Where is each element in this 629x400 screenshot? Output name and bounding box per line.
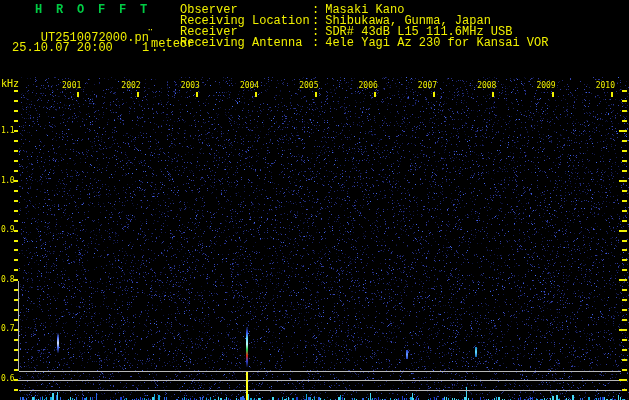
freq-axis-label: 0.6 [0,375,14,383]
freq-axis-tick-left [14,299,18,301]
time-axis-label: 2008 [470,82,496,90]
time-axis-label: 2009 [530,82,556,90]
freq-axis-tick-right [622,220,627,222]
freq-axis-tick-left [14,249,18,251]
freq-axis-tick-left [14,379,18,381]
freq-axis-tick-right [622,249,627,251]
colon-separator: : [312,36,319,50]
freq-axis-tick-right [622,319,627,321]
station-info-table: Observer:Masaki KanoReceiving Location:S… [180,5,548,49]
freq-axis-tick-right [622,140,627,142]
time-axis-tick [374,92,376,97]
level-strip-line-bot [19,390,621,391]
freq-axis-tick-left [14,110,18,112]
level-strip-line-mid [15,380,621,381]
freq-axis-tick-left [14,130,18,132]
freq-axis-tick-left [14,200,18,202]
time-axis-label: 2005 [293,82,319,90]
freq-axis-tick-right [622,349,627,351]
freq-axis-tick-right [619,379,627,381]
freq-axis-tick-right [622,299,627,301]
freq-axis-tick-left [14,339,18,341]
freq-axis-tick-right [622,309,627,311]
time-axis-tick [433,92,435,97]
freq-axis-label: 0.7 [0,325,14,333]
freq-axis-tick-right [619,329,627,331]
freq-axis-tick-right [622,339,627,341]
time-axis-label: 2001 [55,82,81,90]
time-axis-label: 2007 [411,82,437,90]
freq-axis-tick-right [622,200,627,202]
freq-axis-tick-left [14,180,18,182]
freq-axis-tick-left [14,319,18,321]
freq-axis-tick-right [622,100,627,102]
meteor-echo-streak [406,350,408,359]
time-axis-label: 2010 [589,82,615,90]
freq-axis-tick-right [619,230,627,232]
freq-axis-tick-left [14,279,18,281]
freq-axis-tick-right [619,130,627,132]
freq-axis-tick-right [622,110,627,112]
band-box-left-edge [18,281,19,371]
freq-axis-label: 0.9 [0,226,14,234]
freq-axis-tick-left [14,329,18,331]
time-axis-label: 2002 [115,82,141,90]
meteor-echo-streak [475,347,477,357]
freq-axis-tick-right [622,120,627,122]
freq-axis-tick-right [622,210,627,212]
time-axis-tick [77,92,79,97]
hrofft-window: H R O F F T UT2510072000.pn¨meteor 25.10… [0,0,629,400]
freq-axis-tick-right [619,180,627,182]
strong-echo-marker-line [246,372,248,400]
freq-axis-tick-right [622,160,627,162]
time-axis-label: 2004 [233,82,259,90]
freq-axis-tick-left [14,150,18,152]
time-axis-tick [196,92,198,97]
freq-axis-tick-left [14,269,18,271]
freq-axis-tick-right [622,90,627,92]
time-axis-tick [137,92,139,97]
freq-axis-tick-right [622,269,627,271]
freq-axis-tick-left [14,359,18,361]
freq-axis-tick-right [622,369,627,371]
freq-axis-tick-left [14,120,18,122]
freq-axis-tick-left [14,160,18,162]
freq-axis-label: 0.8 [0,276,14,284]
time-axis-tick [255,92,257,97]
freq-axis-tick-left [14,230,18,232]
freq-axis-tick-left [14,90,18,92]
freq-axis-tick-left [14,289,18,291]
freq-axis-tick-right [622,359,627,361]
freq-axis-tick-left [14,140,18,142]
time-axis-tick [611,92,613,97]
freq-axis-label: 1.0 [0,177,14,185]
frequency-unit-label: kHz [1,79,19,89]
level-strip-line-top [19,371,621,372]
status-counter: 1.. [142,42,170,54]
freq-axis-label: 1.1 [0,127,14,135]
freq-axis-tick-left [14,349,18,351]
freq-axis-tick-left [14,100,18,102]
freq-axis-tick-left [14,170,18,172]
station-info-row: Receiving Antenna:4ele Yagi Az 230 for K… [180,38,548,49]
freq-axis-tick-right [622,150,627,152]
freq-axis-tick-left [14,259,18,261]
time-axis-label: 2006 [352,82,378,90]
freq-axis-tick-left [14,240,18,242]
meteor-echo-streak [246,327,248,367]
freq-axis-tick-left [14,220,18,222]
freq-axis-tick-right [622,240,627,242]
meteor-echo-streak [57,333,59,353]
freq-axis-tick-right [622,289,627,291]
freq-axis-tick-right [622,190,627,192]
freq-axis-tick-left [14,190,18,192]
station-info-label: Receiving Antenna [180,38,312,49]
spectrogram-noise-layer [0,0,629,400]
time-axis-label: 2003 [174,82,200,90]
freq-axis-tick-right [622,389,627,391]
observation-datetime: 25.10.07 20:00 [12,42,113,54]
app-title: H R O F F T [35,4,151,16]
freq-axis-tick-left [14,210,18,212]
freq-axis-tick-right [619,279,627,281]
freq-axis-tick-left [14,309,18,311]
